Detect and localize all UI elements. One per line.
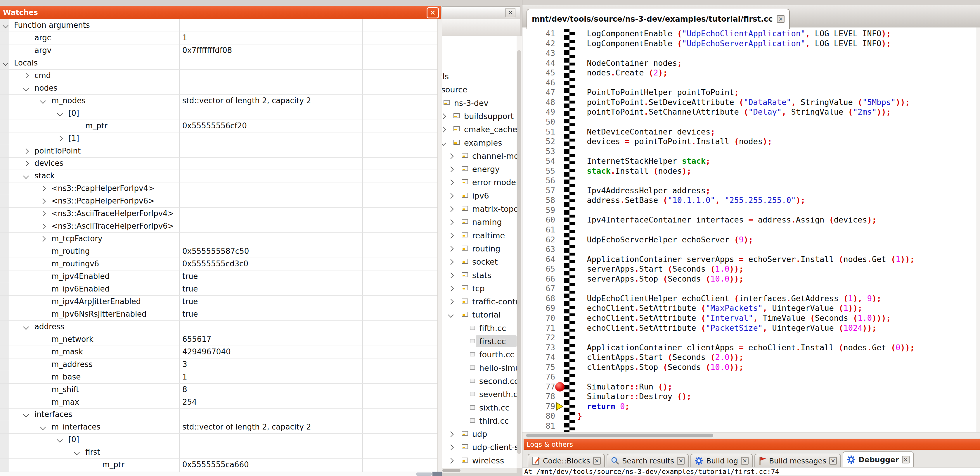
logs-tab-build-log[interactable]: Build log✕ bbox=[690, 454, 752, 467]
code-line-59[interactable]: 59 bbox=[522, 205, 980, 215]
code-line-71[interactable]: 71 echoClient.SetAttribute ("PacketSize"… bbox=[522, 323, 980, 333]
tree-item-udp-client-ser[interactable]: udp-client-ser bbox=[442, 441, 517, 454]
code-line-48[interactable]: 48 pointToPoint.SetDeviceAttribute ("Dat… bbox=[522, 97, 980, 107]
scrollbar-thumb[interactable] bbox=[526, 434, 713, 438]
tree-item-ols[interactable]: ols bbox=[442, 70, 517, 83]
chevron-down-icon[interactable] bbox=[40, 424, 46, 430]
code-line-77[interactable]: 77 Simulator::Run (); bbox=[522, 382, 980, 392]
projects-horizontal-scrollbar[interactable] bbox=[442, 468, 517, 473]
tree-item-source[interactable]: source bbox=[442, 83, 517, 96]
watch-row[interactable]: m_network655617 bbox=[0, 333, 438, 346]
watch-row[interactable]: m_ipv4ArpJitterEnabledtrue bbox=[0, 295, 438, 308]
watch-row[interactable]: [1] bbox=[0, 132, 438, 145]
watch-row[interactable]: <ns3::PcapHelperForIpv4> bbox=[0, 182, 438, 195]
tree-item-second-cc[interactable]: second.cc bbox=[442, 375, 517, 388]
watch-row[interactable]: m_nodesstd::vector of length 2, capacity… bbox=[0, 94, 438, 107]
close-icon[interactable]: ✕ bbox=[777, 15, 784, 23]
watch-row[interactable]: argv0x7fffffffdf08 bbox=[0, 44, 438, 57]
tree-item-cmake-cache[interactable]: cmake_cache bbox=[442, 123, 517, 136]
chevron-down-icon[interactable] bbox=[23, 412, 29, 418]
chevron-down-icon[interactable] bbox=[3, 22, 8, 28]
breakpoint-icon[interactable] bbox=[555, 382, 565, 391]
chevron-right-icon[interactable] bbox=[23, 161, 29, 167]
chevron-right-icon[interactable] bbox=[448, 219, 454, 225]
watch-row[interactable]: m_ipv4Enabledtrue bbox=[0, 270, 438, 283]
chevron-down-icon[interactable] bbox=[442, 140, 446, 146]
code-line-81[interactable]: 81 bbox=[522, 421, 980, 431]
watch-row[interactable]: m_mask4294967040 bbox=[0, 346, 438, 358]
code-line-41[interactable]: 41 LogComponentEnable ("UdpEchoClientApp… bbox=[522, 29, 980, 38]
tree-item-buildsupport[interactable]: buildsupport bbox=[442, 110, 517, 123]
code-line-60[interactable]: 60 Ipv4InterfaceContainer interfaces = a… bbox=[522, 215, 980, 225]
code-line-68[interactable]: 68 UdpEchoClientHelper echoClient (inter… bbox=[522, 294, 980, 303]
code-line-42[interactable]: 42 LogComponentEnable ("UdpEchoServerApp… bbox=[522, 38, 980, 48]
code-line-69[interactable]: 69 echoClient.SetAttribute ("MaxPackets"… bbox=[522, 303, 980, 313]
code-line-49[interactable]: 49 pointToPoint.SetChannelAttribute ("De… bbox=[522, 107, 980, 117]
watch-row[interactable]: m_max254 bbox=[0, 396, 438, 409]
tree-item-fifth-cc[interactable]: fifth.cc bbox=[442, 322, 517, 335]
tree-item-udp[interactable]: udp bbox=[442, 428, 517, 441]
chevron-right-icon[interactable] bbox=[448, 286, 454, 292]
watch-row[interactable]: Function arguments bbox=[0, 19, 438, 32]
tree-item-tutorial[interactable]: tutorial bbox=[442, 308, 517, 322]
watch-row[interactable]: m_base1 bbox=[0, 371, 438, 383]
chevron-right-icon[interactable] bbox=[448, 179, 454, 185]
close-icon[interactable]: ✕ bbox=[506, 8, 515, 17]
close-icon[interactable]: ✕ bbox=[677, 457, 685, 465]
logs-tab-code-blocks[interactable]: Code::Blocks✕ bbox=[528, 454, 605, 467]
close-icon[interactable]: ✕ bbox=[593, 457, 601, 465]
chevron-right-icon[interactable] bbox=[23, 73, 29, 79]
chevron-down-icon[interactable] bbox=[74, 449, 80, 455]
tree-item-ns-3-dev[interactable]: ns-3-dev bbox=[442, 97, 517, 110]
chevron-right-icon[interactable] bbox=[448, 246, 454, 252]
code-line-65[interactable]: 65 serverApps.Start (Seconds (1.0)); bbox=[522, 264, 980, 274]
watch-row[interactable]: devices bbox=[0, 157, 438, 170]
code-line-75[interactable]: 75 clientApps.Stop (Seconds (10.0)); bbox=[522, 362, 980, 372]
scrollbar-thumb[interactable] bbox=[442, 469, 460, 472]
watch-row[interactable]: m_ipv6NsRsJitterEnabledtrue bbox=[0, 308, 438, 321]
code-line-64[interactable]: 64 ApplicationContainer serverApps = ech… bbox=[522, 254, 980, 264]
code-line-53[interactable]: 53 bbox=[522, 147, 980, 157]
tree-item-matrix-topolo[interactable]: matrix-topolo bbox=[442, 203, 517, 216]
tree-item-error-model[interactable]: error-model bbox=[442, 176, 517, 189]
tree-item-examples[interactable]: examples bbox=[442, 137, 517, 150]
chevron-right-icon[interactable] bbox=[23, 148, 29, 154]
chevron-right-icon[interactable] bbox=[40, 198, 46, 204]
chevron-right-icon[interactable] bbox=[448, 206, 454, 212]
chevron-down-icon[interactable] bbox=[448, 312, 454, 318]
tree-item-fourth-cc[interactable]: fourth.cc bbox=[442, 348, 517, 361]
chevron-right-icon[interactable] bbox=[448, 273, 454, 278]
watch-row[interactable]: Locals bbox=[0, 57, 438, 70]
watches-vertical-scrollbar[interactable] bbox=[438, 19, 442, 471]
watch-row[interactable]: cmd bbox=[0, 69, 438, 82]
chevron-down-icon[interactable] bbox=[40, 98, 46, 104]
watch-row[interactable]: [0] bbox=[0, 433, 438, 446]
watch-row[interactable]: m_ptr0x5555555ca660 bbox=[0, 458, 438, 471]
close-icon[interactable]: ✕ bbox=[902, 456, 910, 463]
close-icon[interactable]: ✕ bbox=[426, 7, 439, 18]
code-line-57[interactable]: 57 Ipv4AddressHelper address; bbox=[522, 186, 980, 196]
watch-row[interactable]: argc1 bbox=[0, 32, 438, 45]
code-line-66[interactable]: 66 serverApps.Stop (Seconds (10.0)); bbox=[522, 274, 980, 284]
chevron-right-icon[interactable] bbox=[40, 236, 46, 242]
chevron-down-icon[interactable] bbox=[57, 110, 63, 117]
chevron-right-icon[interactable] bbox=[448, 431, 454, 437]
watch-row[interactable]: m_ipv6Enabledtrue bbox=[0, 283, 438, 296]
code-line-80[interactable]: 80} bbox=[522, 411, 980, 421]
tree-item-hello-simul[interactable]: hello-simul bbox=[442, 362, 517, 375]
code-line-50[interactable]: 50 bbox=[522, 117, 980, 127]
tree-item-routing[interactable]: routing bbox=[442, 243, 517, 256]
scrollbar-thumb[interactable] bbox=[416, 473, 432, 476]
chevron-right-icon[interactable] bbox=[448, 259, 454, 265]
code-line-62[interactable]: 62 UdpEchoServerHelper echoServer (9); bbox=[522, 235, 980, 245]
code-line-44[interactable]: 44 NodeContainer nodes; bbox=[522, 58, 980, 68]
code-line-70[interactable]: 70 echoClient.SetAttribute ("Interval", … bbox=[522, 313, 980, 323]
watch-row[interactable]: m_address3 bbox=[0, 358, 438, 371]
watch-row[interactable]: m_ptr0x55555556cf20 bbox=[0, 120, 438, 133]
watch-row[interactable]: address bbox=[0, 321, 438, 333]
code-line-72[interactable]: 72 bbox=[522, 333, 980, 343]
logs-titlebar[interactable]: Logs & others bbox=[523, 439, 980, 450]
watch-row[interactable]: nodes bbox=[0, 82, 438, 95]
chevron-down-icon[interactable] bbox=[23, 324, 29, 330]
close-icon[interactable]: ✕ bbox=[829, 457, 837, 465]
